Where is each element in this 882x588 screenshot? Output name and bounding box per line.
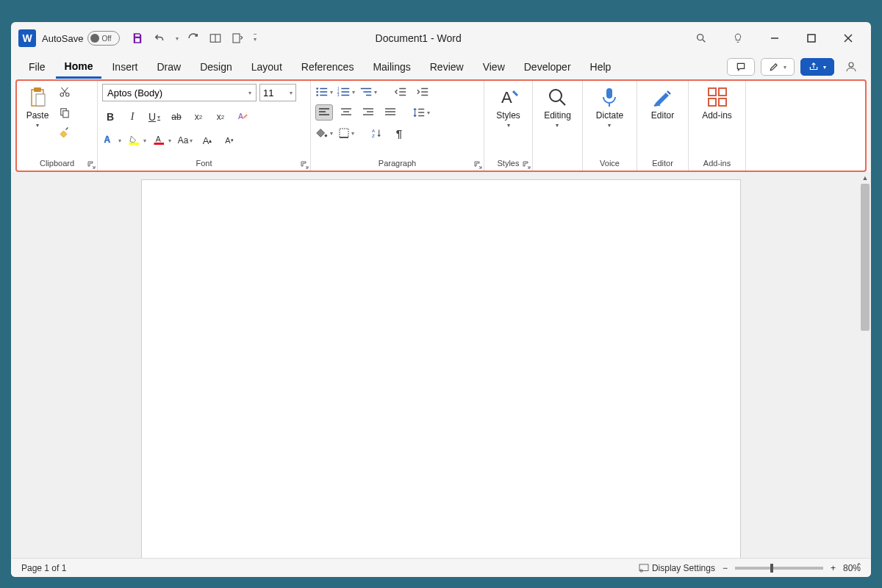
group-editing: Editing ▾ bbox=[533, 81, 583, 171]
clear-formatting-button[interactable]: A bbox=[234, 109, 251, 125]
decrease-indent-button[interactable] bbox=[392, 84, 409, 100]
tab-developer[interactable]: Developer bbox=[515, 57, 580, 77]
addins-button[interactable]: Add-ins bbox=[698, 84, 736, 122]
comments-button[interactable] bbox=[727, 58, 755, 76]
svg-line-19 bbox=[66, 128, 68, 130]
svg-rect-69 bbox=[606, 88, 612, 98]
multilevel-list-button[interactable]: ▾ bbox=[359, 84, 377, 100]
close-button[interactable] bbox=[837, 27, 859, 49]
text-effects-button[interactable]: A▾ bbox=[102, 132, 121, 148]
svg-text:Z: Z bbox=[372, 133, 375, 138]
autosave-toggle[interactable]: Off bbox=[87, 31, 120, 46]
increase-indent-button[interactable] bbox=[414, 84, 431, 100]
strikethrough-button[interactable]: ab bbox=[168, 109, 184, 125]
zoom-slider[interactable] bbox=[735, 567, 823, 570]
tab-design[interactable]: Design bbox=[191, 57, 241, 77]
tab-draw[interactable]: Draw bbox=[148, 57, 190, 77]
font-name-combo[interactable]: Aptos (Body)▾ bbox=[102, 84, 257, 101]
shrink-font-button[interactable]: A▾ bbox=[221, 132, 237, 148]
svg-line-68 bbox=[560, 100, 565, 105]
svg-line-4 bbox=[703, 40, 705, 42]
ribbon-tabs: File Home Insert Draw Design Layout Refe… bbox=[11, 54, 871, 79]
svg-rect-24 bbox=[154, 143, 165, 145]
cut-button[interactable] bbox=[57, 84, 73, 100]
line-spacing-button[interactable]: ▾ bbox=[412, 104, 430, 121]
styles-dialog-launcher[interactable] bbox=[522, 160, 531, 169]
grow-font-button[interactable]: A▴ bbox=[199, 132, 215, 148]
clipboard-dialog-launcher[interactable] bbox=[87, 160, 96, 169]
group-addins: Add-ins Add-ins bbox=[689, 81, 746, 171]
share-button[interactable]: ▾ bbox=[800, 58, 834, 76]
lightbulb-icon[interactable] bbox=[727, 27, 749, 49]
copy-button[interactable] bbox=[57, 104, 73, 121]
italic-button[interactable]: I bbox=[124, 109, 140, 125]
tab-mailings[interactable]: Mailings bbox=[364, 57, 419, 77]
editor-button[interactable]: Editor bbox=[647, 84, 679, 122]
page-indicator[interactable]: Page 1 of 1 bbox=[21, 563, 66, 573]
tab-help[interactable]: Help bbox=[581, 57, 620, 77]
editing-button[interactable]: Editing ▾ bbox=[539, 84, 576, 130]
editor-label: Editor bbox=[651, 110, 674, 121]
titlebar-right bbox=[690, 27, 864, 49]
align-left-button[interactable] bbox=[315, 104, 333, 121]
highlight-button[interactable]: ▾ bbox=[127, 132, 146, 148]
addins-label: Add-ins bbox=[702, 110, 732, 121]
align-center-button[interactable] bbox=[337, 104, 355, 121]
save-button[interactable] bbox=[130, 31, 145, 46]
svg-text:A: A bbox=[104, 135, 111, 145]
borders-button[interactable]: ▾ bbox=[337, 125, 355, 141]
zoom-out-button[interactable]: − bbox=[723, 563, 728, 573]
display-settings-button[interactable]: Display Settings bbox=[639, 563, 715, 573]
collapse-ribbon-button[interactable]: ⌃ bbox=[856, 562, 862, 571]
underline-button[interactable]: U▾ bbox=[146, 109, 162, 125]
bullets-button[interactable]: ▾ bbox=[315, 84, 333, 100]
tab-file[interactable]: File bbox=[20, 57, 54, 77]
svg-rect-62 bbox=[340, 129, 348, 137]
dictate-label: Dictate bbox=[596, 110, 623, 121]
maximize-button[interactable] bbox=[800, 27, 822, 49]
toggle-knob-icon bbox=[90, 34, 99, 43]
shading-button[interactable]: ▾ bbox=[315, 125, 333, 141]
bold-button[interactable]: B bbox=[102, 109, 118, 125]
show-marks-button[interactable]: ¶ bbox=[390, 125, 408, 141]
align-right-button[interactable] bbox=[359, 104, 377, 121]
autosave-control[interactable]: AutoSave Off bbox=[42, 31, 120, 46]
font-dialog-launcher[interactable] bbox=[300, 160, 309, 169]
account-icon[interactable] bbox=[840, 56, 862, 78]
voice-group-label: Voice bbox=[587, 157, 632, 169]
font-color-button[interactable]: A▾ bbox=[152, 132, 171, 148]
minimize-button[interactable] bbox=[764, 27, 786, 49]
sort-button[interactable]: AZ bbox=[368, 125, 386, 141]
ribbon-highlight: Paste ▾ Clipboard bbox=[15, 79, 867, 172]
subscript-button[interactable]: x2 bbox=[190, 109, 207, 125]
format-painter-button[interactable] bbox=[57, 125, 73, 141]
font-group-label: Font bbox=[102, 157, 306, 169]
editing-mode-button[interactable]: ▾ bbox=[761, 58, 795, 76]
paste-button[interactable]: Paste ▾ bbox=[21, 84, 54, 130]
document-page[interactable] bbox=[141, 179, 741, 558]
styles-button[interactable]: A Styles ▾ bbox=[492, 84, 525, 130]
numbering-button[interactable]: 123▾ bbox=[337, 84, 355, 100]
svg-rect-72 bbox=[709, 98, 716, 106]
scroll-thumb[interactable] bbox=[861, 184, 870, 331]
paragraph-dialog-launcher[interactable] bbox=[473, 160, 482, 169]
svg-rect-11 bbox=[34, 87, 41, 92]
tab-home[interactable]: Home bbox=[56, 56, 102, 79]
editor-group-label: Editor bbox=[642, 157, 684, 169]
superscript-button[interactable]: x2 bbox=[212, 109, 229, 125]
tab-view[interactable]: View bbox=[474, 57, 514, 77]
tab-review[interactable]: Review bbox=[421, 57, 473, 77]
tab-layout[interactable]: Layout bbox=[243, 57, 291, 77]
change-case-button[interactable]: Aa▾ bbox=[177, 132, 193, 148]
scroll-up-icon[interactable]: ▲ bbox=[859, 172, 871, 184]
dictate-button[interactable]: Dictate ▾ bbox=[592, 84, 628, 130]
search-button[interactable] bbox=[690, 27, 712, 49]
vertical-scrollbar[interactable]: ▲ bbox=[859, 172, 871, 558]
font-size-combo[interactable]: 11▾ bbox=[259, 84, 296, 101]
titlebar: W AutoSave Off ▾ ▾ bbox=[11, 22, 871, 54]
zoom-in-button[interactable]: + bbox=[831, 563, 836, 573]
autosave-state: Off bbox=[101, 35, 111, 43]
tab-references[interactable]: References bbox=[293, 57, 363, 77]
justify-button[interactable] bbox=[381, 104, 399, 121]
tab-insert[interactable]: Insert bbox=[103, 57, 146, 77]
